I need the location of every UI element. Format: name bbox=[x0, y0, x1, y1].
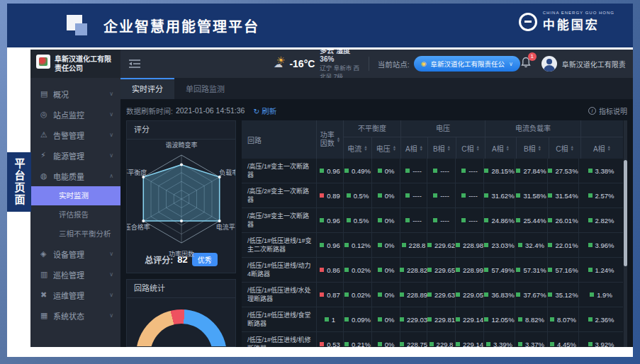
cell-value: 4.45% bbox=[557, 341, 576, 348]
chevron-icon: ∨ bbox=[109, 91, 113, 97]
user-avatar[interactable] bbox=[541, 56, 557, 72]
radar-chart bbox=[127, 140, 236, 251]
column-header[interactable]: C相 ▲▼ bbox=[456, 137, 485, 159]
menu-item-label: 系统状态 bbox=[53, 310, 109, 322]
radar-axis-label: 负载率 bbox=[219, 167, 236, 176]
sidebar-submenu-item[interactable]: 三相不平衡分析 bbox=[30, 224, 120, 244]
sort-icon[interactable]: ▲▼ bbox=[420, 145, 423, 152]
status-dot bbox=[588, 193, 593, 198]
status-dot bbox=[378, 317, 382, 322]
table-scrollbar-thumb[interactable] bbox=[624, 160, 627, 266]
table-row[interactable]: /低压/1#低压进线/水处理断路器 0.87 0.02% 0% 228.89 2… bbox=[242, 283, 623, 307]
table-cell: 229.05 bbox=[456, 283, 484, 307]
chevron-down-icon: ∨ bbox=[509, 61, 513, 67]
radar-axis-label: 不平衡度 bbox=[126, 167, 147, 176]
tab-label: 实时评分 bbox=[132, 85, 163, 93]
table-cell: 0% bbox=[372, 208, 400, 232]
refresh-time-value: 2021-01-06 14:51:36 bbox=[176, 106, 245, 115]
device-icon: ◈ bbox=[40, 249, 53, 258]
sort-icon[interactable]: ▲▼ bbox=[506, 145, 510, 152]
table-cell: 0.96 bbox=[317, 233, 344, 257]
status-dot bbox=[320, 193, 324, 198]
table-cell: 0.21% bbox=[344, 332, 372, 347]
sidebar-submenu-item[interactable]: 实时监测 bbox=[30, 186, 120, 205]
sidebar-menu-item[interactable]: ◍ 电能质量 ∧ bbox=[30, 166, 120, 186]
sidebar-menu-item[interactable]: ▥ 巡检管理 ∨ bbox=[30, 264, 120, 285]
column-header[interactable]: B相 ▲▼ bbox=[517, 137, 549, 159]
sidebar-menu-item[interactable]: ⚡ 能源管理 ∨ bbox=[30, 145, 120, 166]
sort-icon[interactable]: ▲▼ bbox=[393, 145, 396, 152]
cell-value: 1.24% bbox=[595, 266, 614, 274]
cell-value: 228.89 bbox=[407, 291, 427, 299]
brand-name: 中能国宏 bbox=[543, 15, 614, 33]
sidebar-menu-item[interactable]: ⚠ 告警管理 ∨ bbox=[30, 125, 120, 145]
sidebar-menu-item[interactable]: ✖ 运维管理 ∨ bbox=[30, 285, 120, 305]
cell-value: 37.67% bbox=[523, 291, 546, 299]
sort-icon[interactable]: ▲▼ bbox=[538, 145, 541, 152]
chevron-icon: ∨ bbox=[109, 111, 113, 118]
column-header[interactable]: 电压 ▲▼ bbox=[372, 137, 400, 159]
weather-condition: 多云 湿度36% bbox=[320, 50, 360, 64]
table-cell: 0.5% bbox=[344, 183, 372, 207]
table-row[interactable]: /低压/1#低压进线/1#变主二次断路器 0.96 0.12% 0% 228.8… bbox=[242, 233, 623, 258]
cell-value: 229.62 bbox=[434, 241, 455, 249]
column-group: 不平衡度 电流 ▲▼ 电压 ▲▼ bbox=[344, 120, 401, 159]
cell-value: 0.89 bbox=[327, 192, 340, 200]
site-select-dropdown[interactable]: ◉ 阜新汉道化工有限责任公司 ∨ bbox=[414, 56, 520, 72]
sidebar-submenu-item[interactable]: 评估报告 bbox=[30, 205, 120, 224]
table-cell: 26.01% bbox=[548, 208, 579, 232]
table-row[interactable]: /低压/1#低压进线/动力4断路器 0.86 0.02% 0% 228.82 2… bbox=[242, 258, 623, 283]
table-row[interactable]: /高压/2#变主一次断路器 0.89 0.5% 0% ---- ---- ---… bbox=[242, 183, 623, 208]
sort-icon[interactable]: ▲▼ bbox=[570, 145, 573, 152]
weather-widget: ☀☁ -16°C 多云 湿度36% 辽宁 阜新市 西北风 7级 bbox=[274, 50, 360, 81]
sidebar-collapse-icon[interactable] bbox=[129, 59, 140, 68]
column-header[interactable]: A相 ▲▼ bbox=[485, 137, 517, 159]
column-header[interactable]: A相 ▲▼ bbox=[401, 137, 428, 159]
table-cell: 0% bbox=[372, 283, 400, 307]
tab[interactable]: 单回路监测 bbox=[174, 78, 236, 99]
table-cell: 8.82% bbox=[515, 307, 548, 331]
sort-icon[interactable]: ▲▼ bbox=[447, 145, 451, 152]
column-group-label: 电压 bbox=[401, 120, 485, 137]
table-cell: 229.8 bbox=[427, 332, 456, 347]
sidebar-menu-item[interactable]: ▦ 系统状态 ∨ bbox=[30, 305, 120, 326]
table-row[interactable]: /低压/1#低压进线/机修断路器 0.53 0.21% 0% 228.75 22… bbox=[242, 332, 623, 347]
table-cell: 22.01% bbox=[548, 233, 579, 257]
cell-value: 31.54% bbox=[555, 192, 578, 200]
status-dot bbox=[590, 292, 594, 297]
table-row[interactable]: /高压/3#变主一次断路器 0.96 0.5% 0% ---- ---- ---… bbox=[242, 208, 623, 233]
chevron-icon: ∨ bbox=[109, 152, 113, 159]
indicator-help-link[interactable]: i 指标说明 bbox=[588, 106, 627, 116]
notification-bell[interactable]: 1 bbox=[520, 57, 532, 71]
status-dot bbox=[548, 268, 552, 272]
cell-value: 0.02% bbox=[352, 266, 371, 274]
status-dot bbox=[518, 317, 522, 322]
sort-icon[interactable]: ▲▼ bbox=[476, 145, 479, 152]
refresh-button[interactable]: ↻ 刷新 bbox=[253, 106, 276, 116]
sort-icon[interactable]: ▲▼ bbox=[337, 137, 340, 143]
site-select-value: 阜新汉道化工有限责任公司 bbox=[431, 59, 505, 69]
sidebar: 阜新汉道化工有限责任公司 ▤ 概况 ∨ ◎ 站点监控 ∨ ⚠ 告警管理 ∨ ⚡ … bbox=[30, 50, 120, 347]
sidebar-menu-item[interactable]: ◎ 站点监控 ∨ bbox=[30, 104, 120, 125]
sort-icon[interactable]: ▲▼ bbox=[607, 145, 611, 152]
column-header-power-factor[interactable]: 功率因数 ▲▼ bbox=[317, 120, 344, 159]
table-cell: 0.02% bbox=[344, 258, 372, 282]
cell-value: 35.12% bbox=[555, 291, 578, 299]
tab[interactable]: 实时评分 bbox=[120, 78, 174, 99]
table-row[interactable]: /低压/1#低压进线/食堂断路器 1 0.09% 0% 229.03 229.8… bbox=[242, 307, 623, 332]
table-row[interactable]: /高压/1#变主一次断路器 0.96 0.49% 0% ---- ---- --… bbox=[242, 159, 623, 183]
sidebar-menu-item[interactable]: ◈ 设备管理 ∨ bbox=[30, 244, 120, 264]
sidebar-menu-item[interactable]: ▤ 概况 ∨ bbox=[30, 84, 120, 104]
column-header[interactable]: A相 ▲▼ bbox=[581, 137, 623, 159]
table-cell: 2.57% bbox=[579, 183, 623, 207]
sub-col-label: C相 bbox=[461, 143, 473, 154]
column-header[interactable]: 电流 ▲▼ bbox=[344, 137, 372, 159]
status-dot bbox=[427, 317, 432, 322]
menu-item-label: 设备管理 bbox=[53, 249, 109, 260]
sort-icon[interactable]: ▲▼ bbox=[364, 145, 367, 152]
table-header: 回路 功率因数 ▲▼ 不平衡度 电流 ▲▼ 电压 ▲▼ 电压 A相 ▲▼ B相 … bbox=[242, 120, 623, 159]
status-dot bbox=[427, 292, 432, 297]
column-header[interactable]: B相 ▲▼ bbox=[428, 137, 456, 159]
column-header[interactable]: C相 ▲▼ bbox=[549, 137, 580, 159]
table-cell: 3.39% bbox=[484, 332, 515, 347]
